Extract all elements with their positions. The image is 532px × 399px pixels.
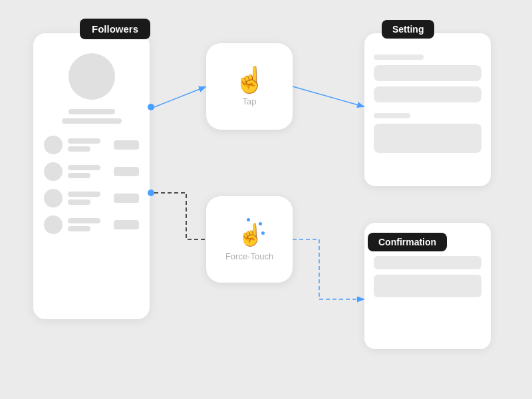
- follow-button-placeholder: [114, 140, 139, 150]
- follower-list: [44, 136, 139, 234]
- tap-left-arrow: [154, 87, 205, 107]
- list-avatar: [44, 189, 63, 207]
- profile-avatar: [68, 53, 115, 100]
- followers-badge: Followers: [80, 19, 150, 39]
- confirm-content: [374, 244, 481, 297]
- list-text-bar-2: [68, 146, 90, 152]
- tap-right-arrow: [293, 86, 363, 106]
- text-bar-1: [68, 109, 115, 114]
- list-text-bar: [68, 192, 100, 197]
- followers-label-text: Followers: [92, 23, 138, 35]
- list-item: [44, 215, 139, 234]
- profile-text-lines: [44, 109, 139, 124]
- setting-label-text: Setting: [392, 24, 424, 35]
- follow-button-placeholder: [114, 167, 139, 176]
- list-text: [68, 218, 108, 231]
- list-text: [68, 138, 108, 152]
- list-text-bar-2: [68, 173, 90, 178]
- list-avatar: [44, 136, 63, 154]
- force-touch-right-arrow: [293, 239, 363, 299]
- diagram: Followers ☝️ Tap ☝️ Force-Touch Setting: [0, 0, 532, 399]
- list-item: [44, 189, 139, 207]
- force-origin-dot: [148, 190, 154, 196]
- list-avatar: [44, 215, 63, 234]
- tap-card: ☝️ Tap: [206, 43, 293, 130]
- follow-button-placeholder: [114, 220, 139, 229]
- tap-gesture-icon: ☝️: [234, 67, 265, 92]
- force-touch-dashed-path: [154, 193, 206, 239]
- force-touch-label: Force-Touch: [225, 251, 273, 261]
- tap-label: Tap: [243, 96, 257, 106]
- list-avatar: [44, 162, 63, 181]
- list-text: [68, 192, 108, 205]
- setting-bar-4: [374, 113, 410, 118]
- text-bar-2: [62, 118, 122, 124]
- tap-origin-dot: [148, 104, 154, 110]
- list-text-bar: [68, 165, 100, 170]
- hand-icon: ☝️: [237, 222, 264, 247]
- setting-bar-5: [374, 124, 481, 153]
- setting-card: [364, 33, 491, 186]
- list-text: [68, 165, 108, 178]
- force-touch-icon: ☝️: [235, 218, 264, 247]
- list-text-bar: [68, 218, 100, 223]
- setting-bar-1: [374, 55, 424, 60]
- confirm-bar-3: [374, 275, 481, 297]
- list-text-bar-2: [68, 226, 90, 231]
- list-text-bar: [68, 138, 100, 144]
- force-dot-1: [247, 218, 250, 221]
- list-item: [44, 162, 139, 181]
- follow-button-placeholder: [114, 194, 139, 203]
- confirmation-badge: Confirmation: [368, 233, 447, 251]
- setting-bar-2: [374, 65, 481, 81]
- list-text-bar-2: [68, 200, 90, 205]
- confirmation-label-text: Confirmation: [378, 237, 436, 247]
- setting-badge: Setting: [382, 20, 434, 39]
- followers-card: [33, 33, 150, 319]
- confirm-bar-2: [374, 256, 481, 269]
- setting-content: [374, 55, 481, 153]
- force-touch-card: ☝️ Force-Touch: [206, 196, 293, 283]
- list-item: [44, 136, 139, 154]
- setting-bar-3: [374, 86, 481, 102]
